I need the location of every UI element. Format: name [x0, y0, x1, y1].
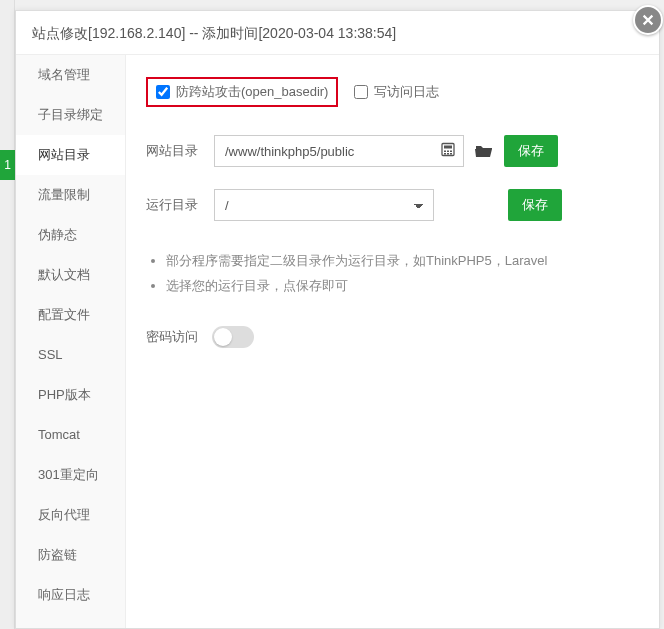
open-basedir-label: 防跨站攻击(open_basedir) — [176, 83, 328, 101]
access-log-input[interactable] — [354, 85, 368, 99]
svg-rect-4 — [450, 151, 452, 153]
sidebar-item-hotlink[interactable]: 防盗链 — [16, 535, 125, 575]
site-edit-dialog: 站点修改[192.168.2.140] -- 添加时间[2020-03-04 1… — [15, 10, 660, 629]
sidebar-item-301[interactable]: 301重定向 — [16, 455, 125, 495]
close-icon — [641, 13, 655, 27]
access-log-label: 写访问日志 — [374, 83, 439, 101]
note-item: 部分程序需要指定二级目录作为运行目录，如ThinkPHP5，Laravel — [166, 249, 639, 274]
sidebar: 域名管理 子目录绑定 网站目录 流量限制 伪静态 默认文档 配置文件 SSL P… — [16, 55, 126, 628]
open-basedir-highlight: 防跨站攻击(open_basedir) — [146, 77, 338, 107]
sidebar-item-ssl[interactable]: SSL — [16, 335, 125, 375]
sidebar-item-traffic[interactable]: 流量限制 — [16, 175, 125, 215]
sidebar-item-sitedir[interactable]: 网站目录 — [16, 135, 125, 175]
svg-rect-3 — [447, 151, 449, 153]
sidebar-item-rewrite[interactable]: 伪静态 — [16, 215, 125, 255]
open-basedir-checkbox[interactable]: 防跨站攻击(open_basedir) — [156, 83, 328, 101]
save-site-dir-button[interactable]: 保存 — [504, 135, 558, 167]
sidebar-item-subdir[interactable]: 子目录绑定 — [16, 95, 125, 135]
sidebar-item-config[interactable]: 配置文件 — [16, 295, 125, 335]
sidebar-item-tomcat[interactable]: Tomcat — [16, 415, 125, 455]
backdrop-left — [0, 0, 15, 629]
sidebar-item-php[interactable]: PHP版本 — [16, 375, 125, 415]
content-panel: 防跨站攻击(open_basedir) 写访问日志 网站目录 — [126, 55, 659, 628]
calc-icon[interactable] — [440, 142, 456, 161]
svg-rect-7 — [450, 153, 452, 155]
site-dir-label: 网站目录 — [146, 142, 204, 160]
save-run-dir-button[interactable]: 保存 — [508, 189, 562, 221]
site-dir-input[interactable] — [214, 135, 464, 167]
run-dir-select[interactable]: / — [214, 189, 434, 221]
dialog-title: 站点修改[192.168.2.140] -- 添加时间[2020-03-04 1… — [16, 11, 659, 55]
svg-rect-6 — [447, 153, 449, 155]
close-button[interactable] — [633, 5, 663, 35]
sidebar-item-domain[interactable]: 域名管理 — [16, 55, 125, 95]
backdrop-badge: 1 — [0, 150, 15, 180]
folder-icon[interactable] — [474, 143, 494, 159]
toggle-knob — [214, 328, 232, 346]
svg-rect-2 — [444, 151, 446, 153]
pwd-access-toggle[interactable] — [212, 326, 254, 348]
run-dir-label: 运行目录 — [146, 196, 204, 214]
notes-list: 部分程序需要指定二级目录作为运行目录，如ThinkPHP5，Laravel 选择… — [150, 249, 639, 298]
svg-rect-5 — [444, 153, 446, 155]
open-basedir-input[interactable] — [156, 85, 170, 99]
access-log-checkbox[interactable]: 写访问日志 — [354, 83, 439, 101]
sidebar-item-defaultdoc[interactable]: 默认文档 — [16, 255, 125, 295]
sidebar-item-proxy[interactable]: 反向代理 — [16, 495, 125, 535]
svg-rect-1 — [444, 146, 452, 149]
pwd-access-label: 密码访问 — [146, 328, 198, 346]
note-item: 选择您的运行目录，点保存即可 — [166, 274, 639, 299]
sidebar-item-log[interactable]: 响应日志 — [16, 575, 125, 615]
